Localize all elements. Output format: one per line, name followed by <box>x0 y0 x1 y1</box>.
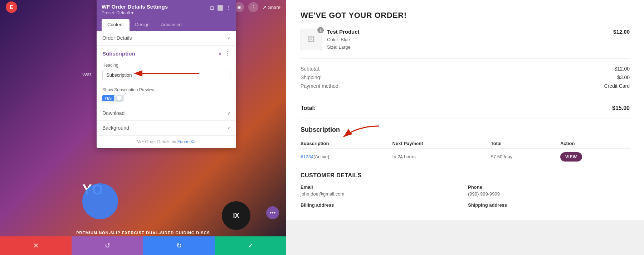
background-section[interactable]: Background ∨ <box>97 121 236 135</box>
background-label: Background <box>102 125 129 131</box>
product-color: Color: Blue <box>327 36 613 44</box>
subtotal-value: $12.00 <box>614 66 630 72</box>
black-circle-decoration: IX <box>222 201 250 230</box>
subscription-table-row: #1234(Active) In 24 hours $7.50 /day VIE… <box>301 148 630 165</box>
download-section[interactable]: Download ∨ <box>97 106 236 121</box>
phone-value: (999) 999-9999 <box>468 191 630 197</box>
download-label: Download <box>102 110 125 116</box>
product-row: 1 🖼 Test Product Color: Blue Size: Large… <box>301 29 630 59</box>
payment-row: Payment method: Credit Card <box>301 82 630 90</box>
sub-total-cell: $7.50 /day <box>491 148 560 165</box>
redo-button[interactable]: ↻ <box>143 236 215 255</box>
funnelkit-link[interactable]: FunnelKit <box>177 139 196 144</box>
top-bar-left: E <box>6 1 17 13</box>
subscription-kebab-icon[interactable]: ⋮ <box>225 50 230 57</box>
share-label: Share <box>268 5 280 10</box>
tab-content[interactable]: Content <box>102 19 130 31</box>
product-price: $12.00 <box>613 29 630 35</box>
elementor-icon: E <box>6 1 17 13</box>
order-page-wrapper: WE'VE GOT YOUR ORDER! 1 🖼 Test Product C… <box>286 0 644 255</box>
subtotal-label: Subtotal: <box>301 66 320 72</box>
confirm-button[interactable]: ✓ <box>215 236 286 255</box>
phone-column: Phone (999) 999-9999 <box>468 184 630 197</box>
download-chevron: ∨ <box>227 111 230 116</box>
floating-menu-button[interactable]: ••• <box>266 206 279 219</box>
order-details-section[interactable]: Order Details ∨ <box>97 31 236 45</box>
billing-column: Billing address <box>301 202 462 209</box>
order-summary: Subtotal: $12.00 Shipping: $3.00 Payment… <box>301 64 630 96</box>
subscription-right-section: Subscription Subscription Next Payment <box>301 126 630 165</box>
subscription-table: Subscription Next Payment Total Action #… <box>301 139 630 165</box>
sub-id-cell: #1234(Active) <box>301 148 392 165</box>
sub-status: (Active) <box>313 154 329 159</box>
product-image-box: 1 🖼 <box>301 29 322 50</box>
settings-footer: WF Order Details by FunnelKit <box>97 135 236 148</box>
total-label: Total: <box>301 105 316 111</box>
payment-label: Payment method: <box>301 83 340 89</box>
subtotal-row: Subtotal: $12.00 <box>301 64 630 73</box>
confirm-icon: ✓ <box>248 242 253 250</box>
view-subscription-button[interactable]: VIEW <box>560 152 582 162</box>
settings-header: WF Order Details Settings Preset: Defaul… <box>97 0 236 19</box>
tab-advanced[interactable]: Advanced <box>155 19 187 31</box>
size-value: Large <box>339 44 351 50</box>
toggle-knob <box>117 96 122 101</box>
subscription-section-label: Subscription <box>102 50 135 57</box>
panel-more-icon[interactable]: ⋮ <box>226 5 231 11</box>
responsive-toggle-icon[interactable]: ⊡ <box>210 5 214 11</box>
blue-circle-decoration <box>82 183 118 219</box>
settings-body: Order Details ∨ Subscription ∧ ⋮ Heading <box>97 31 236 148</box>
settings-title: WF Order Details Settings <box>102 4 168 10</box>
shipping-label: Shipping address <box>468 202 630 208</box>
subscription-title-wrapper: Subscription <box>301 126 340 139</box>
sub-action-cell: VIEW <box>560 148 630 165</box>
editor-panel: E ⊞ ▣ ⋮ ↗ Share Wat YO IX ••• WF Order D… <box>0 0 286 255</box>
subscription-right-title: Subscription <box>301 126 340 134</box>
email-column: Email john.doe@gmail.com <box>301 184 462 197</box>
order-details-chevron: ∨ <box>227 35 230 40</box>
undo-icon: ↺ <box>105 242 110 250</box>
sub-id-link[interactable]: #1234 <box>301 154 313 159</box>
expand-icon[interactable]: ⬜ <box>217 5 223 11</box>
tab-design[interactable]: Design <box>130 19 155 31</box>
subscription-chevron-up[interactable]: ∧ <box>218 51 222 56</box>
subscription-table-head: Subscription Next Payment Total Action <box>301 139 630 149</box>
subscription-section: Subscription ∧ ⋮ Heading <box>97 45 236 106</box>
billing-label: Billing address <box>301 202 462 208</box>
cancel-icon: ✕ <box>33 242 39 250</box>
cancel-button[interactable]: ✕ <box>0 236 72 255</box>
toggle-switch[interactable]: YES <box>102 95 230 102</box>
shipping-value: $3.00 <box>617 74 630 80</box>
th-total: Total <box>491 139 560 149</box>
subscription-table-body: #1234(Active) In 24 hours $7.50 /day VIE… <box>301 148 630 165</box>
premium-text-overlay: PREMIUM NON-SLIP EXERCISE DUAL-SIDED GUI… <box>0 231 286 235</box>
undo-button[interactable]: ↺ <box>72 236 143 255</box>
share-button[interactable]: ↗ Share <box>263 5 280 10</box>
settings-header-icons: ⊡ ⬜ ⋮ <box>210 5 231 11</box>
email-value: john.doe@gmail.com <box>301 191 462 197</box>
toggle-knob-area <box>114 95 124 102</box>
product-info: Test Product Color: Blue Size: Large <box>327 29 613 51</box>
product-quantity-badge: 1 <box>317 27 324 33</box>
preset-chevron: ▾ <box>131 10 133 15</box>
more-icon[interactable]: ⋮ <box>248 2 258 12</box>
email-label: Email <box>301 184 462 190</box>
th-action: Action <box>560 139 630 149</box>
shipping-label: Shipping: <box>301 74 321 80</box>
payment-value: Credit Card <box>604 83 630 89</box>
color-label: Color: <box>327 37 340 42</box>
share-icon: ↗ <box>263 5 267 10</box>
settings-preset[interactable]: Preset: Default ▾ <box>102 10 168 15</box>
order-title: WE'VE GOT YOUR ORDER! <box>301 11 630 20</box>
settings-panel: WF Order Details Settings Preset: Defaul… <box>97 0 236 148</box>
heading-input-wrapper <box>102 70 230 80</box>
subscription-section-header: Subscription ∧ ⋮ <box>97 46 236 61</box>
heading-input[interactable] <box>102 70 230 80</box>
show-preview-label: Show Subscription Preview <box>102 87 230 92</box>
order-page: WE'VE GOT YOUR ORDER! 1 🖼 Test Product C… <box>286 0 644 220</box>
sub-next-payment-cell: In 24 hours <box>392 148 491 165</box>
customer-grid: Email john.doe@gmail.com Phone (999) 999… <box>301 184 630 209</box>
watch-text-overlay: Wat <box>82 72 91 77</box>
total-row: Total: $15.00 <box>301 102 630 119</box>
preset-label: Preset: Default <box>102 10 130 15</box>
